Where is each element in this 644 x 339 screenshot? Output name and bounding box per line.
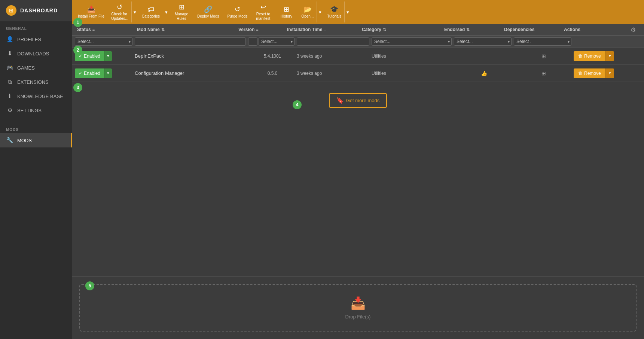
- status-filter-select[interactable]: Select...: [75, 37, 132, 46]
- purge-mods-button[interactable]: ↺ Purge Mods: [223, 1, 251, 22]
- dependencies-filter-wrapper: Select .: [514, 37, 571, 46]
- history-button[interactable]: ⊞ History: [275, 1, 297, 22]
- categories-arrow[interactable]: ▾: [163, 1, 170, 22]
- category-sort-icon[interactable]: ⇅: [383, 27, 386, 32]
- mod2-status-cell: ✓ Enabled ▾: [75, 68, 135, 78]
- endorsed-filter-cell: Select...: [454, 37, 514, 46]
- endorsed-header-label: Endorsed: [444, 27, 465, 32]
- deploy-mods-label: Deploy Mods: [197, 14, 219, 19]
- knowledge-base-icon: ℹ: [6, 93, 13, 100]
- table-row: ✓ Enabled ▾ Configuration Manager 0.5.0 …: [72, 65, 644, 82]
- history-label: History: [281, 14, 292, 19]
- modname-sort-icon[interactable]: ⇅: [161, 27, 165, 32]
- col-header-installtime: Installation Time ↓: [285, 24, 360, 35]
- actions-header-label: Actions: [564, 27, 580, 32]
- sidebar-item-label: GAMES: [17, 65, 35, 71]
- profiles-icon: 👤: [6, 36, 13, 43]
- open-arrow[interactable]: ▾: [317, 1, 323, 22]
- deploy-mods-icon: 🔗: [204, 5, 212, 13]
- category-filter-select[interactable]: Select...: [372, 37, 452, 46]
- table-settings-button[interactable]: ⚙: [629, 25, 637, 35]
- version-equals-button[interactable]: =: [248, 37, 257, 46]
- dependencies-filter-select[interactable]: Select .: [514, 37, 571, 46]
- mod1-remove-dropdown[interactable]: ▾: [605, 51, 614, 61]
- reset-to-manifest-button[interactable]: ↩ Reset tomanifest: [252, 1, 274, 22]
- trash-icon: 🗑: [578, 71, 583, 76]
- mod2-category: Utilities: [372, 71, 386, 76]
- mod1-version-cell: 5.4.1001: [248, 53, 297, 59]
- mod1-version: 5.4.1001: [264, 54, 281, 59]
- mod2-remove-group: 🗑 Remove ▾: [574, 68, 641, 78]
- mod2-dependencies-cell: ⊞: [514, 70, 574, 76]
- mod2-enabled-button[interactable]: ✓ Enabled: [75, 68, 104, 78]
- mod2-version-cell: 0.5.0: [248, 70, 297, 76]
- downloads-icon: ⬇: [6, 50, 13, 57]
- open-button[interactable]: 📂 Open... ▾: [298, 1, 323, 22]
- extensions-icon: ⧉: [6, 79, 13, 85]
- mod2-dependency-icon[interactable]: ⊞: [541, 70, 546, 76]
- categories-label: Categories: [142, 14, 160, 19]
- sidebar: ⊞ DASHBOARD GENERAL 👤 PROFILES ⬇ DOWNLOA…: [0, 0, 72, 339]
- mod1-status-dropdown[interactable]: ▾: [104, 51, 112, 61]
- manage-rules-label: ManageRules: [175, 12, 188, 21]
- get-more-mods-button[interactable]: 🔖 Get more mods: [329, 93, 387, 108]
- mod2-remove-button[interactable]: 🗑 Remove: [574, 68, 605, 78]
- sidebar-header[interactable]: ⊞ DASHBOARD: [0, 0, 72, 21]
- mod1-remove-button[interactable]: 🗑 Remove: [574, 51, 605, 61]
- category-header-label: Category: [362, 27, 381, 32]
- sidebar-item-mods[interactable]: 🔧 MODS: [0, 133, 72, 147]
- mod1-name-cell: BepInExPack: [135, 53, 248, 59]
- manage-rules-button[interactable]: ⊞ ManageRules: [170, 1, 193, 22]
- installtime-filter-input[interactable]: [297, 37, 369, 46]
- endorsed-sort-icon[interactable]: ⇅: [466, 27, 470, 32]
- deploy-mods-button[interactable]: 🔗 Deploy Mods: [193, 1, 223, 22]
- mod2-status-dropdown[interactable]: ▾: [104, 68, 112, 78]
- check-updates-arrow[interactable]: ▾: [131, 1, 138, 22]
- tutorials-button[interactable]: 🎓 Tutorials ▾: [324, 1, 351, 22]
- version-header-label: Version: [238, 27, 254, 32]
- status-sort-icon[interactable]: ≡: [92, 27, 95, 32]
- sidebar-item-knowledge-base[interactable]: ℹ KNOWLEDGE BASE: [0, 89, 72, 103]
- mod2-actions-cell: 🗑 Remove ▾: [574, 68, 641, 78]
- mod1-dependency-icon[interactable]: ⊞: [541, 53, 546, 59]
- installtime-header-label: Installation Time: [287, 27, 322, 32]
- drop-label: Drop File(s): [345, 314, 371, 320]
- mod1-enable-group: ✓ Enabled ▾: [75, 51, 135, 61]
- col-header-settings: ⚙: [629, 25, 641, 35]
- mod1-name: BepInExPack: [135, 53, 164, 59]
- install-from-file-label: Install From File: [78, 14, 104, 19]
- status-header-label: Status: [77, 27, 91, 32]
- reset-manifest-label: Reset tomanifest: [256, 12, 270, 21]
- version-filter-wrapper: Select...: [259, 37, 294, 46]
- sidebar-item-downloads[interactable]: ⬇ DOWNLOADS: [0, 46, 72, 61]
- sidebar-item-games[interactable]: 🎮 GAMES: [0, 61, 72, 75]
- install-from-file-icon: 📥: [87, 5, 95, 13]
- sidebar-item-settings[interactable]: ⚙ SETTINGS: [0, 103, 72, 117]
- purge-mods-icon: ↺: [235, 5, 240, 13]
- version-sort-icon[interactable]: ≡: [256, 27, 258, 32]
- step-badge-4: 4: [293, 100, 302, 109]
- settings-icon: ⚙: [6, 107, 13, 114]
- main-area: 📥 Install From File ↺ Check forUpdates..…: [72, 0, 644, 339]
- mod2-remove-dropdown[interactable]: ▾: [605, 68, 614, 78]
- mod1-remove-group: 🗑 Remove ▾: [574, 51, 641, 61]
- mod2-remove-label: Remove: [584, 71, 601, 76]
- modname-filter-cell: [135, 37, 248, 46]
- mod2-endorsed-cell: 👍: [454, 70, 514, 76]
- manage-rules-icon: ⊞: [179, 3, 184, 11]
- modname-filter-input[interactable]: [135, 37, 246, 46]
- drop-zone[interactable]: 📥 Drop File(s): [79, 284, 637, 332]
- tutorials-arrow[interactable]: ▾: [344, 1, 351, 22]
- sidebar-item-extensions[interactable]: ⧉ EXTENSIONS: [0, 75, 72, 89]
- drop-zone-outer: 📥 Drop File(s): [72, 276, 644, 339]
- mod1-install-time: 3 weeks ago: [297, 54, 322, 59]
- col-header-category: Category ⇅: [360, 24, 442, 35]
- sidebar-item-profiles[interactable]: 👤 PROFILES: [0, 32, 72, 46]
- categories-button[interactable]: 🏷 Categories ▾: [139, 1, 170, 22]
- installtime-sort-icon[interactable]: ↓: [324, 27, 326, 32]
- check-for-updates-button[interactable]: ↺ Check forUpdates... ▾: [108, 1, 138, 22]
- endorsed-filter-select[interactable]: Select...: [454, 37, 512, 46]
- mod2-installtime-cell: 3 weeks ago: [297, 70, 372, 76]
- endorsed-filter-wrapper: Select...: [454, 37, 512, 46]
- version-filter-select[interactable]: Select...: [259, 37, 294, 46]
